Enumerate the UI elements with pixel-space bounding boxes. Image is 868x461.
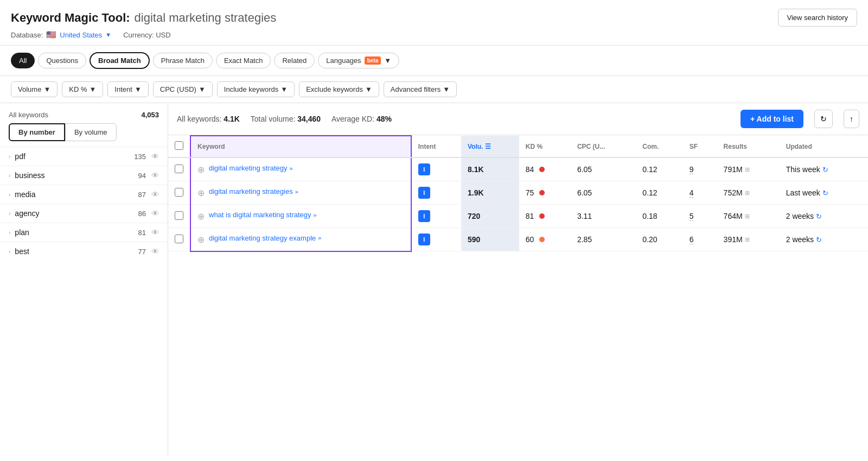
sidebar-item-count: 86 [138, 210, 146, 218]
tab-exact-match[interactable]: Exact Match [216, 53, 271, 68]
row-checkbox[interactable] [175, 188, 183, 197]
volume-cell: 590 [461, 228, 519, 251]
eye-icon[interactable]: 👁 [151, 190, 159, 199]
eye-icon[interactable]: 👁 [151, 228, 159, 237]
avg-kd-label: Average KD: [331, 115, 376, 123]
sidebar-item-best[interactable]: › best 77 👁 [0, 242, 168, 261]
results-cell: 791M ⊞ [717, 157, 780, 181]
main-content: All keywords 4,053 By number By volume ›… [0, 103, 868, 456]
filter-exclude-label: Exclude keywords [306, 85, 363, 93]
tab-related[interactable]: Related [274, 53, 315, 68]
row-checkbox[interactable] [175, 211, 183, 220]
row-checkbox[interactable] [175, 235, 183, 243]
kd-cell: 60 [519, 228, 571, 251]
results-icon: ⊞ [745, 236, 750, 243]
title-row: Keyword Magic Tool: digital marketing st… [11, 9, 857, 27]
tool-name: Keyword Magic Tool: [11, 11, 130, 25]
results-table: Keyword Intent Volu. ☰ KD % CPC (U... Co… [168, 135, 868, 252]
cpc-cell: 2.85 [571, 228, 636, 251]
sidebar-item-plan[interactable]: › plan 81 👁 [0, 223, 168, 242]
filter-kd-label: KD % [69, 85, 87, 93]
select-all-checkbox[interactable] [175, 141, 183, 150]
group-by-number-button[interactable]: By number [9, 123, 65, 141]
tab-broad-match[interactable]: Broad Match [90, 52, 150, 69]
kd-indicator [539, 190, 545, 195]
filter-advanced[interactable]: Advanced filters ▼ [384, 81, 457, 97]
languages-button[interactable]: Languages beta ▼ [318, 53, 399, 68]
sidebar-item-count: 87 [138, 191, 146, 199]
chevron-right-icon: › [9, 154, 10, 160]
filter-cpc[interactable]: CPC (USD) ▼ [153, 81, 213, 97]
com-cell: 0.12 [636, 181, 682, 205]
add-keyword-icon[interactable]: ⊕ [197, 235, 205, 245]
total-volume-label: Total volume: [251, 115, 297, 123]
sf-cell: 9 [683, 157, 717, 181]
intent-badge: I [418, 210, 430, 222]
tab-all[interactable]: All [11, 53, 35, 68]
chevron-down-icon[interactable]: ▼ [105, 31, 111, 38]
refresh-icon[interactable]: ↻ [816, 236, 822, 244]
filter-exclude[interactable]: Exclude keywords ▼ [299, 81, 379, 97]
chevron-down-icon: ▼ [365, 85, 372, 93]
view-history-button[interactable]: View search history [778, 9, 857, 27]
filters-row: Volume ▼ KD % ▼ Intent ▼ CPC (USD) ▼ Inc… [0, 76, 868, 103]
results-icon: ⊞ [745, 190, 750, 197]
sidebar-item-count: 81 [138, 229, 146, 237]
filter-intent[interactable]: Intent ▼ [107, 81, 148, 97]
keyword-link[interactable]: digital marketing strategy » [209, 164, 293, 172]
add-keyword-icon[interactable]: ⊕ [197, 188, 205, 198]
updated-cell: 2 weeks ↻ [780, 228, 868, 251]
sidebar-item-label: plan [15, 228, 138, 237]
title-container: Keyword Magic Tool: digital marketing st… [11, 11, 276, 25]
keyword-link[interactable]: digital marketing strategy example » [209, 234, 321, 242]
eye-icon[interactable]: 👁 [151, 152, 159, 161]
refresh-button[interactable]: ↻ [814, 110, 833, 128]
results-cell: 752M ⊞ [717, 181, 780, 205]
row-checkbox[interactable] [175, 165, 183, 173]
filter-volume[interactable]: Volume ▼ [11, 81, 58, 97]
group-by-volume-button[interactable]: By volume [65, 123, 117, 141]
refresh-icon[interactable]: ↻ [816, 212, 822, 220]
col-results: Results [717, 136, 780, 157]
export-button[interactable]: ↑ [844, 110, 859, 128]
filter-kd[interactable]: KD % ▼ [62, 81, 103, 97]
refresh-icon[interactable]: ↻ [822, 189, 828, 197]
results-icon: ⊞ [745, 166, 750, 173]
tab-questions[interactable]: Questions [38, 53, 86, 68]
refresh-icon[interactable]: ↻ [822, 166, 828, 174]
table-row: ⊕ digital marketing strategies » I 1.9K … [168, 181, 868, 205]
cpc-cell: 6.05 [571, 157, 636, 181]
all-keywords-label: All keywords: [177, 115, 224, 123]
com-cell: 0.18 [636, 205, 682, 228]
volume-cell: 1.9K [461, 181, 519, 205]
chevron-right-icon: › [9, 192, 10, 198]
eye-icon[interactable]: 👁 [151, 209, 159, 218]
sidebar-item-media[interactable]: › media 87 👁 [0, 185, 168, 204]
keyword-link[interactable]: digital marketing strategies » [209, 187, 298, 195]
sidebar: All keywords 4,053 By number By volume ›… [0, 103, 168, 456]
add-keyword-icon[interactable]: ⊕ [197, 211, 205, 222]
volume-cell: 720 [461, 205, 519, 228]
page-header: Keyword Magic Tool: digital marketing st… [0, 0, 868, 46]
sidebar-item-pdf[interactable]: › pdf 135 👁 [0, 147, 168, 166]
add-to-list-button[interactable]: + Add to list [741, 110, 803, 128]
filter-intent-label: Intent [114, 85, 132, 93]
col-volume[interactable]: Volu. ☰ [461, 136, 519, 157]
eye-icon[interactable]: 👁 [151, 247, 159, 256]
com-cell: 0.12 [636, 157, 682, 181]
database-link[interactable]: United States [60, 31, 102, 39]
col-updated: Updated [780, 136, 868, 157]
flag-icon: 🇺🇸 [46, 30, 56, 40]
filter-include[interactable]: Include keywords ▼ [217, 81, 295, 97]
chevron-down-icon: ▼ [199, 85, 206, 93]
sidebar-item-agency[interactable]: › agency 86 👁 [0, 204, 168, 223]
col-cpc: CPC (U... [571, 136, 636, 157]
sidebar-item-business[interactable]: › business 94 👁 [0, 166, 168, 185]
database-label: Database: [11, 31, 43, 39]
add-keyword-icon[interactable]: ⊕ [197, 165, 205, 175]
tab-phrase-match[interactable]: Phrase Match [153, 53, 213, 68]
filter-volume-label: Volume [18, 85, 41, 93]
chevron-right-icon: › [9, 211, 10, 217]
keyword-link[interactable]: what is digital marketing strategy » [209, 211, 317, 219]
eye-icon[interactable]: 👁 [151, 171, 159, 180]
